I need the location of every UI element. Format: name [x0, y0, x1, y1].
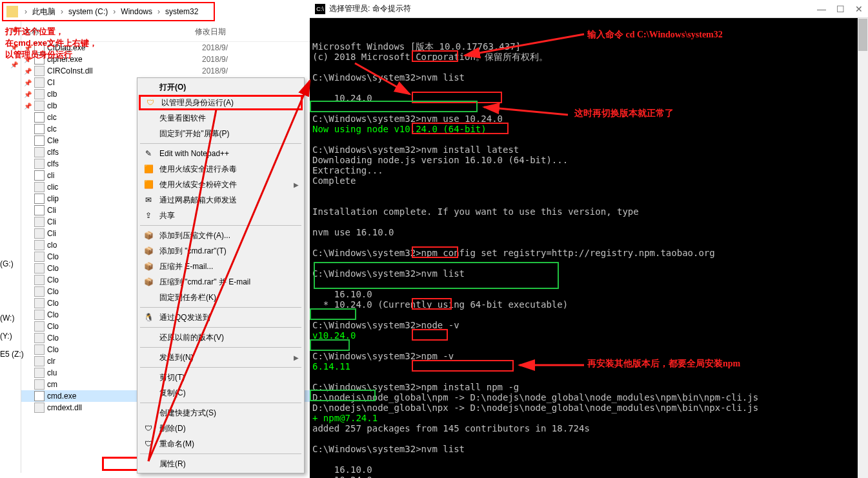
file-date: 2018/9/ [202, 66, 267, 75]
menu-item[interactable]: 📦 添加到压缩文件(A)... [139, 228, 303, 243]
menu-separator [140, 307, 301, 308]
scrollbar[interactable] [858, 18, 868, 478]
menu-item[interactable]: 🛡 以管理员身份运行(A) [139, 95, 303, 110]
exe-icon [34, 112, 45, 123]
dll-icon [34, 66, 45, 76]
dll-icon [34, 159, 45, 169]
menu-item-label: 还原以前的版本(V) [159, 332, 299, 343]
menu-item[interactable]: 属性(R) [139, 456, 303, 472]
terminal-line [312, 310, 865, 320]
crumb-windows[interactable]: Windows [118, 7, 155, 16]
menu-item[interactable]: ✉ 通过网易邮箱大师发送 [139, 192, 303, 208]
dll-icon [34, 101, 45, 111]
file-row[interactable]: 📌 CIRCoInst.dll 2018/9/ [21, 65, 310, 77]
menu-item[interactable]: 固定到任务栏(K) [139, 290, 303, 305]
annotation-text: 这时再切换版本就正常了 [574, 108, 674, 119]
exe-icon [34, 194, 45, 204]
menu-item-label: 发送到(N) [159, 352, 294, 363]
terminal-line: * 10.24.0 (Currently using 64-bit execut… [312, 299, 865, 310]
menu-item[interactable]: 发送到(N) ▶ [139, 350, 303, 365]
drive-w[interactable]: (W:) [0, 309, 24, 327]
menu-item-label: 打开(O) [159, 82, 299, 93]
menu-item-icon: 🛡 [143, 438, 154, 450]
menu-item-icon [143, 387, 154, 399]
terminal-line: v10.24.0 [312, 330, 865, 341]
dll-icon [34, 252, 45, 262]
maximize-button[interactable]: ☐ [836, 4, 845, 14]
pin-icon: 📌 [24, 103, 32, 110]
drive-y[interactable]: (Y:) [0, 327, 24, 345]
drive-g[interactable]: (G:) [0, 255, 24, 273]
menu-item-label: 压缩并 E-mail... [159, 261, 299, 272]
menu-item-label: 重命名(M) [159, 439, 299, 450]
terminal-line: 10.24.0 [312, 475, 865, 478]
menu-item[interactable]: ✎ Edit with Notepad++ [139, 146, 303, 161]
menu-item-label: 共享 [159, 210, 299, 221]
menu-item[interactable]: 🐧 通过QQ发送到 [139, 310, 303, 325]
terminal-titlebar[interactable]: C:\ 选择管理员: 命令提示符 — ☐ ✕ [310, 0, 868, 18]
menu-separator [140, 225, 301, 226]
col-date[interactable]: 修改日期 [195, 26, 259, 37]
scrollbar-thumb[interactable] [858, 19, 867, 51]
drive-labels: (G:) (W:) (Y:) E5 (Z:) [0, 255, 24, 363]
pin-icon: 📌 [24, 79, 32, 86]
menu-item-icon: 🛡 [143, 423, 154, 434]
terminal-line [312, 258, 865, 268]
terminal-body[interactable]: Microsoft Windows [版本 10.0.17763.437](c)… [310, 18, 868, 478]
menu-item[interactable]: 还原以前的版本(V) [139, 330, 303, 345]
menu-item[interactable]: 📦 添加到 "cmd.rar"(T) [139, 243, 303, 259]
terminal-line: C:\Windows\system32>nvm list [312, 444, 865, 454]
terminal-line: Now using node v10.24.0 (64-bit) [312, 124, 865, 134]
menu-item-label: 失量看图软件 [159, 113, 299, 124]
crumb-system32[interactable]: system32 [163, 7, 201, 16]
menu-item[interactable]: 打开(O) [139, 79, 303, 95]
menu-item-label: 使用火绒安全进行杀毒 [159, 164, 299, 175]
menu-item-icon [143, 112, 154, 124]
crumb-pc[interactable]: 此电脑 [30, 6, 58, 17]
menu-item[interactable]: 📦 压缩到 "cmd.rar" 并 E-mail [139, 274, 303, 290]
crumb-c[interactable]: system (C:) [66, 7, 110, 16]
minimize-button[interactable]: — [817, 4, 826, 14]
drive-z[interactable]: E5 (Z:) [0, 345, 24, 363]
menu-separator [140, 367, 301, 368]
folder-icon [6, 6, 18, 17]
dll-icon [34, 147, 45, 157]
menu-item-icon: 🛡 [145, 97, 156, 108]
menu-item-label: 剪切(T) [159, 372, 299, 383]
terminal-line [312, 372, 865, 382]
menu-item[interactable]: 🟧 使用火绒安全进行杀毒 [139, 161, 303, 177]
menu-separator [140, 453, 301, 454]
terminal-window: C:\ 选择管理员: 命令提示符 — ☐ ✕ Microsoft Windows… [310, 0, 868, 478]
dll-icon [34, 321, 45, 332]
terminal-line [312, 237, 865, 248]
pin-icon: 📌 [24, 91, 32, 98]
terminal-line: + npm@7.24.1 [312, 413, 865, 423]
menu-item-label: 创建快捷方式(S) [159, 408, 299, 419]
submenu-arrow-icon: ▶ [294, 354, 299, 361]
menu-item-label: 固定到"开始"屏幕(P) [159, 128, 299, 139]
menu-item[interactable]: 复制(C) [139, 385, 303, 401]
menu-item[interactable]: 剪切(T) [139, 370, 303, 385]
annotation-open-location: 打开这个位置，在cmd.exe文件上右键，以管理员身份运行 [5, 26, 97, 61]
menu-item-icon: 📦 [143, 230, 154, 241]
menu-item[interactable]: 🛡 删除(D) [139, 421, 303, 436]
menu-item-icon: 🐧 [143, 312, 154, 323]
menu-item-icon [143, 372, 154, 383]
context-menu[interactable]: 打开(O) 🛡 以管理员身份运行(A) 失量看图软件 固定到"开始"屏幕(P) … [137, 77, 305, 473]
menu-item[interactable]: ⇪ 共享 [139, 208, 303, 223]
menu-item[interactable]: 创建快捷方式(S) [139, 405, 303, 421]
menu-item[interactable]: 失量看图软件 [139, 110, 303, 126]
pin-icon: 📌 [24, 68, 32, 75]
menu-item-label: 添加到压缩文件(A)... [159, 230, 299, 241]
dll-icon [34, 356, 45, 366]
menu-item[interactable]: 🛡 重命名(M) [139, 436, 303, 452]
menu-item[interactable]: 固定到"开始"屏幕(P) [139, 126, 303, 141]
menu-item[interactable]: 🟧 使用火绒安全粉碎文件 ▶ [139, 177, 303, 192]
close-button[interactable]: ✕ [855, 4, 863, 14]
menu-item[interactable]: 📦 压缩并 E-mail... [139, 259, 303, 274]
breadcrumb[interactable]: › 此电脑 › system (C:) › Windows › system32 [2, 2, 215, 21]
terminal-line [312, 454, 865, 464]
terminal-line: D:\nodejs\node_global\npm -> D:\nodejs\n… [312, 392, 865, 403]
terminal-line: C:\Windows\system32>nvm install latest [312, 144, 865, 155]
dll-icon [34, 263, 45, 274]
